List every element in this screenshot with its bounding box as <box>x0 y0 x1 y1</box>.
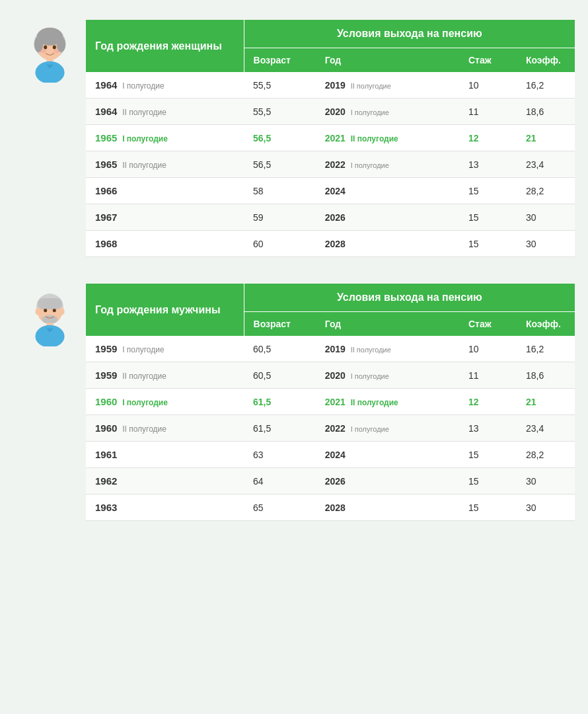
vozrast-cell: 65 <box>244 495 316 521</box>
svg-point-8 <box>54 50 59 53</box>
vozrast-cell: 58 <box>244 178 316 204</box>
stazh-cell: 15 <box>459 495 517 521</box>
birth-year-cell: 1962 <box>86 468 244 495</box>
vozrast-cell: 60 <box>244 231 316 257</box>
women-col-stazh: Стаж <box>459 48 517 73</box>
birth-year-cell: 1963 <box>86 495 244 521</box>
men-col-god: Год <box>316 312 459 337</box>
birth-year-cell: 1960 II полугодие <box>86 415 244 442</box>
vozrast-cell: 61,5 <box>244 389 316 415</box>
god-cell: 2022 I полугодие <box>316 415 459 442</box>
svg-point-20 <box>35 325 64 346</box>
god-cell: 2021 II полугодие <box>316 389 459 415</box>
women-col-vozrast: Возраст <box>244 48 316 73</box>
birth-year-cell: 1965 I полугодие <box>86 125 244 151</box>
koeff-cell: 30 <box>517 231 575 257</box>
god-cell: 2026 <box>316 468 459 495</box>
stazh-cell: 15 <box>459 468 517 495</box>
god-cell: 2020 I полугодие <box>316 362 459 389</box>
koeff-cell: 23,4 <box>517 151 575 178</box>
koeff-cell: 18,6 <box>517 362 575 389</box>
god-cell: 2022 I полугодие <box>316 151 459 178</box>
god-cell: 2019 II полугодие <box>316 336 459 362</box>
women-col-god: Год <box>316 48 459 73</box>
birth-year-cell: 1964 II полугодие <box>86 99 244 125</box>
svg-point-7 <box>40 50 46 53</box>
birth-year-cell: 1961 <box>86 442 244 468</box>
koeff-cell: 16,2 <box>517 336 575 362</box>
koeff-cell: 30 <box>517 204 575 231</box>
svg-point-5 <box>44 45 47 49</box>
svg-rect-13 <box>37 298 61 309</box>
stazh-cell: 12 <box>459 389 517 415</box>
birth-year-cell: 1964 I полугодие <box>86 72 244 99</box>
woman-avatar <box>13 20 86 83</box>
men-col-koeff: Коэфф. <box>517 312 575 337</box>
vozrast-cell: 63 <box>244 442 316 468</box>
table-row: 1959 I полугодие60,52019 II полугодие101… <box>86 336 575 362</box>
birth-year-cell: 1960 I полугодие <box>86 389 244 415</box>
women-header-left: Год рождения женщины <box>86 20 244 72</box>
svg-point-17 <box>52 309 55 312</box>
men-header-conditions: Условия выхода на пенсию <box>244 284 575 312</box>
stazh-cell: 10 <box>459 72 517 99</box>
vozrast-cell: 55,5 <box>244 99 316 125</box>
table-row: 1964 I полугодие55,52019 II полугодие101… <box>86 72 575 99</box>
women-col-koeff: Коэфф. <box>517 48 575 73</box>
svg-point-14 <box>35 308 40 315</box>
table-row: 1959 II полугодие60,52020 I полугодие111… <box>86 362 575 389</box>
table-row: 1965 I полугодие56,52021 II полугодие122… <box>86 125 575 151</box>
women-header-conditions: Условия выхода на пенсию <box>244 20 575 48</box>
svg-point-6 <box>52 45 55 49</box>
stazh-cell: 10 <box>459 336 517 362</box>
god-cell: 2021 II полугодие <box>316 125 459 151</box>
god-cell: 2019 II полугодие <box>316 72 459 99</box>
koeff-cell: 21 <box>517 125 575 151</box>
vozrast-cell: 61,5 <box>244 415 316 442</box>
stazh-cell: 13 <box>459 151 517 178</box>
vozrast-cell: 60,5 <box>244 362 316 389</box>
table-row: 1966 582024 1528,2 <box>86 178 575 204</box>
vozrast-cell: 64 <box>244 468 316 495</box>
god-cell: 2024 <box>316 178 459 204</box>
table-row: 1960 I полугодие61,52021 II полугодие122… <box>86 389 575 415</box>
birth-year-cell: 1965 II полугодие <box>86 151 244 178</box>
stazh-cell: 15 <box>459 204 517 231</box>
koeff-cell: 30 <box>517 495 575 521</box>
vozrast-cell: 55,5 <box>244 72 316 99</box>
god-cell: 2024 <box>316 442 459 468</box>
stazh-cell: 15 <box>459 178 517 204</box>
birth-year-cell: 1968 <box>86 231 244 257</box>
god-cell: 2028 <box>316 231 459 257</box>
stazh-cell: 12 <box>459 125 517 151</box>
stazh-cell: 13 <box>459 415 517 442</box>
table-row: 1962 642026 1530 <box>86 468 575 495</box>
koeff-cell: 30 <box>517 468 575 495</box>
koeff-cell: 16,2 <box>517 72 575 99</box>
table-row: 1964 II полугодие55,52020 I полугодие111… <box>86 99 575 125</box>
koeff-cell: 23,4 <box>517 415 575 442</box>
vozrast-cell: 56,5 <box>244 125 316 151</box>
birth-year-cell: 1966 <box>86 178 244 204</box>
stazh-cell: 11 <box>459 99 517 125</box>
vozrast-cell: 60,5 <box>244 336 316 362</box>
men-col-vozrast: Возраст <box>244 312 316 337</box>
svg-point-15 <box>59 308 64 315</box>
men-col-stazh: Стаж <box>459 312 517 337</box>
table-row: 1963 652028 1530 <box>86 495 575 521</box>
koeff-cell: 18,6 <box>517 99 575 125</box>
koeff-cell: 28,2 <box>517 178 575 204</box>
god-cell: 2028 <box>316 495 459 521</box>
birth-year-cell: 1967 <box>86 204 244 231</box>
birth-year-cell: 1959 II полугодие <box>86 362 244 389</box>
man-avatar <box>13 284 86 346</box>
vozrast-cell: 56,5 <box>244 151 316 178</box>
table-row: 1967 592026 1530 <box>86 204 575 231</box>
table-row: 1961 632024 1528,2 <box>86 442 575 468</box>
stazh-cell: 15 <box>459 231 517 257</box>
koeff-cell: 28,2 <box>517 442 575 468</box>
men-section: Год рождения мужчины Условия выхода на п… <box>13 284 575 521</box>
svg-point-16 <box>44 309 47 312</box>
women-table: Год рождения женщины Условия выхода на п… <box>86 20 575 257</box>
god-cell: 2026 <box>316 204 459 231</box>
